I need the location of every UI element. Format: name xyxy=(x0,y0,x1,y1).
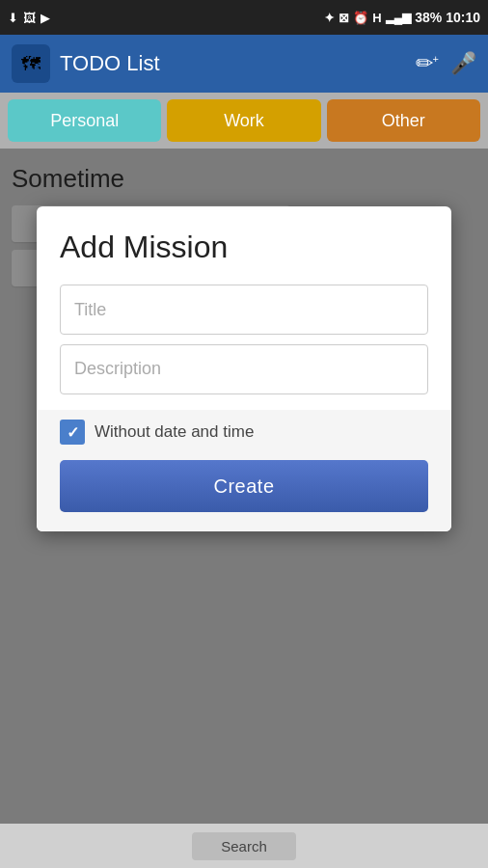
tab-personal-label: Personal xyxy=(50,111,119,131)
time-display: 10:10 xyxy=(446,10,480,25)
without-date-checkbox[interactable] xyxy=(60,420,85,445)
app-title: TODO List xyxy=(60,51,406,76)
tab-personal[interactable]: Personal xyxy=(8,99,161,142)
dialog-body: Add Mission xyxy=(37,206,451,410)
tab-work-label: Work xyxy=(224,111,264,131)
signal-bars: ▂▄▆ xyxy=(386,11,412,24)
app-bar: 🗺 TODO List ✏+ 🎤 xyxy=(0,35,488,93)
alarm-icon: ⏰ xyxy=(353,11,368,25)
tab-other[interactable]: Other xyxy=(327,99,480,142)
status-bar-right: ✦ ⊠ ⏰ H ▂▄▆ 38% 10:10 xyxy=(324,10,480,25)
main-content: Sometime Add Mission Without date and ti… xyxy=(0,149,488,824)
status-bar: ⬇ 🖼 ▶ ✦ ⊠ ⏰ H ▂▄▆ 38% 10:10 xyxy=(0,0,488,35)
vibrate-icon: ⊠ xyxy=(339,11,349,25)
dialog-footer: Create xyxy=(37,460,451,531)
mic-button[interactable]: 🎤 xyxy=(450,51,476,76)
bluetooth-icon: ✦ xyxy=(324,11,335,25)
edit-add-button[interactable]: ✏+ xyxy=(416,51,439,76)
bottom-bar: Search xyxy=(0,824,488,868)
create-button[interactable]: Create xyxy=(60,460,428,512)
battery-level: 38% xyxy=(415,10,442,25)
add-mission-dialog: Add Mission Without date and time Create xyxy=(37,206,451,531)
tab-work[interactable]: Work xyxy=(167,99,320,142)
tab-other-label: Other xyxy=(382,111,425,131)
modal-overlay: Add Mission Without date and time Create xyxy=(0,149,488,824)
description-input[interactable] xyxy=(60,344,428,394)
usb-icon: ⬇ xyxy=(8,11,18,25)
tab-bar: Personal Work Other xyxy=(0,93,488,149)
image-icon: 🖼 xyxy=(23,11,36,25)
checkbox-label: Without date and time xyxy=(95,422,254,442)
play-icon: ▶ xyxy=(41,11,50,25)
app-bar-actions: ✏+ 🎤 xyxy=(416,51,476,76)
search-button[interactable]: Search xyxy=(192,832,296,860)
title-input[interactable] xyxy=(60,285,428,335)
app-logo: 🗺 xyxy=(12,44,50,83)
checkbox-row: Without date and time xyxy=(37,410,451,460)
dialog-title: Add Mission xyxy=(60,230,428,265)
app-logo-icon: 🗺 xyxy=(21,53,41,75)
status-bar-left: ⬇ 🖼 ▶ xyxy=(8,11,50,25)
network-icon: H xyxy=(372,11,381,25)
